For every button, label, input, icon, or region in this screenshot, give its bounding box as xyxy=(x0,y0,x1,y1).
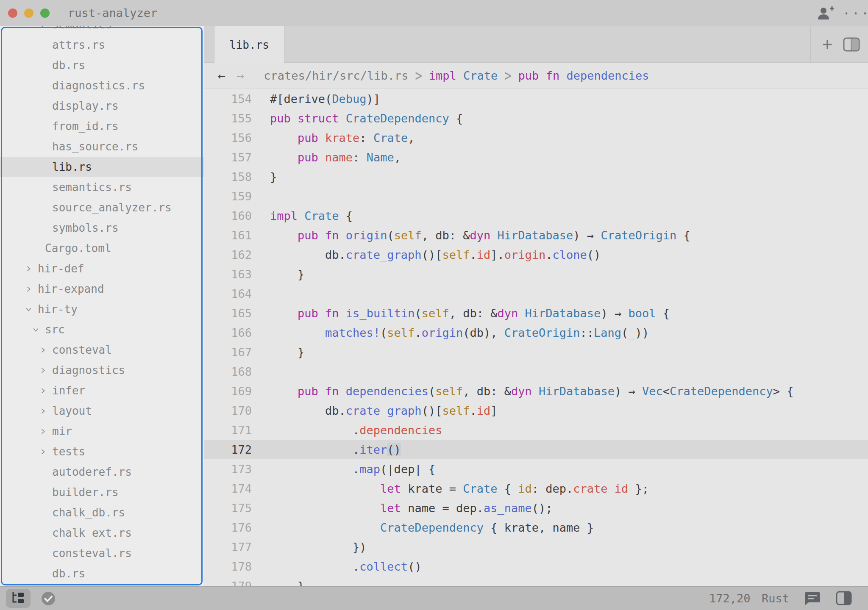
tree-item-infer[interactable]: infer xyxy=(0,380,204,401)
code-line-170[interactable]: 170 db.crate_graph()[self.id] xyxy=(204,401,868,420)
tree-item-source_analyzer.rs[interactable]: source_analyzer.rs xyxy=(0,197,204,218)
code-line-156[interactable]: 156 pub krate: Crate, xyxy=(204,128,868,147)
tree-item-chalk_db.rs[interactable]: chalk_db.rs xyxy=(0,502,204,523)
breadcrumb-segment[interactable]: dependencies xyxy=(566,69,649,82)
code-line-166[interactable]: 166 matches!(self.origin(db), CrateOrigi… xyxy=(204,323,868,342)
tree-item-label: semantics.rs xyxy=(52,181,132,194)
code-line-160[interactable]: 160impl Crate { xyxy=(204,206,868,225)
diagnostics-button[interactable] xyxy=(41,591,56,606)
code-line-173[interactable]: 173 .map(|dep| { xyxy=(204,459,868,479)
code-editor[interactable]: 154#[derive(Debug)]155pub struct CrateDe… xyxy=(204,89,868,586)
code-line-179[interactable]: 179 } xyxy=(204,576,868,586)
right-dock-toggle-button[interactable] xyxy=(836,591,854,606)
tree-item-db.rs[interactable]: db.rs xyxy=(0,55,204,75)
tree-item-hir-expand[interactable]: hir-expand xyxy=(0,279,204,299)
chevron-right-icon[interactable] xyxy=(40,360,52,380)
breadcrumb-segment[interactable]: pub fn xyxy=(518,69,560,82)
code-line-165[interactable]: 165 pub fn is_builtin(self, db: &dyn Hir… xyxy=(204,303,868,323)
tree-item-diagnostics.rs[interactable]: diagnostics.rs xyxy=(0,75,204,96)
code-line-174[interactable]: 174 let krate = Crate { id: dep.crate_id… xyxy=(204,479,868,498)
chevron-right-icon[interactable] xyxy=(25,279,38,299)
tree-item-semantics[interactable]: semantics xyxy=(0,26,204,35)
tree-item-chalk_ext.rs[interactable]: chalk_ext.rs xyxy=(0,523,204,543)
tree-item-db.rs[interactable]: db.rs xyxy=(0,563,204,584)
add-collaborator-button[interactable] xyxy=(816,5,838,22)
close-button[interactable] xyxy=(8,8,17,18)
code-line-163[interactable]: 163 } xyxy=(204,264,868,284)
line-number: 155 xyxy=(204,112,252,125)
breadcrumb-segment[interactable] xyxy=(456,69,463,82)
tree-item-from_id.rs[interactable]: from_id.rs xyxy=(0,116,204,136)
tree-item-attrs.rs[interactable]: attrs.rs xyxy=(0,35,204,55)
code-line-155[interactable]: 155pub struct CrateDependency { xyxy=(204,108,868,128)
code-line-178[interactable]: 178 .collect() xyxy=(204,557,868,576)
chevron-right-icon[interactable] xyxy=(40,441,52,462)
chevron-right-icon[interactable] xyxy=(40,380,52,401)
chevron-down-icon[interactable] xyxy=(33,319,45,340)
tab-lib-rs[interactable]: lib.rs xyxy=(214,26,284,63)
code-line-167[interactable]: 167 } xyxy=(204,342,868,362)
chevron-down-icon[interactable] xyxy=(25,299,38,319)
tree-item-semantics.rs[interactable]: semantics.rs xyxy=(0,177,204,197)
code-text: pub fn is_builtin(self, db: &dyn HirData… xyxy=(270,307,670,320)
tree-item-autoderef.rs[interactable]: autoderef.rs xyxy=(0,462,204,482)
line-number: 174 xyxy=(204,482,252,495)
cursor-position[interactable]: 172,20 xyxy=(709,587,751,610)
zoom-button[interactable] xyxy=(40,8,50,18)
tree-item-mir[interactable]: mir xyxy=(0,421,204,441)
overflow-menu-button[interactable]: ··· xyxy=(843,5,863,22)
breadcrumb-segment[interactable]: crates/hir/src/lib.rs xyxy=(264,69,408,82)
code-line-175[interactable]: 175 let name = dep.as_name(); xyxy=(204,498,868,518)
tree-item-consteval.rs[interactable]: consteval.rs xyxy=(0,543,204,563)
right-dock-icon xyxy=(836,595,852,608)
code-line-176[interactable]: 176 CrateDependency { krate, name } xyxy=(204,518,868,537)
project-panel-toggle-button[interactable] xyxy=(6,589,31,608)
breadcrumb-segment[interactable] xyxy=(559,69,566,82)
tree-item-hir-ty[interactable]: hir-ty xyxy=(0,299,204,319)
code-line-159[interactable]: 159 xyxy=(204,186,868,206)
code-line-171[interactable]: 171 .dependencies xyxy=(204,420,868,440)
tree-item-Cargo.toml[interactable]: Cargo.toml xyxy=(0,238,204,258)
code-line-161[interactable]: 161 pub fn origin(self, db: &dyn HirData… xyxy=(204,225,868,245)
code-line-169[interactable]: 169 pub fn dependencies(self, db: &dyn H… xyxy=(204,381,868,401)
tree-item-src[interactable]: src xyxy=(0,319,204,340)
language-selector[interactable]: Rust xyxy=(762,587,789,610)
chevron-spacer xyxy=(40,55,52,75)
forward-button[interactable]: → xyxy=(236,68,244,83)
chevron-right-icon[interactable] xyxy=(25,258,38,279)
tree-item-diagnostics[interactable]: diagnostics xyxy=(0,360,204,380)
chevron-right-icon[interactable] xyxy=(40,421,52,441)
chevron-right-icon[interactable] xyxy=(40,340,52,360)
tree-item-layout[interactable]: layout xyxy=(0,401,204,421)
code-line-154[interactable]: 154#[derive(Debug)] xyxy=(204,89,868,108)
chevron-right-icon[interactable] xyxy=(40,26,52,35)
breadcrumb-segment[interactable]: Crate xyxy=(463,69,498,82)
tree-item-has_source.rs[interactable]: has_source.rs xyxy=(0,136,204,157)
code-line-164[interactable]: 164 xyxy=(204,284,868,303)
new-tab-button[interactable]: + xyxy=(818,35,837,54)
back-button[interactable]: ← xyxy=(218,68,225,83)
line-number: 165 xyxy=(204,307,252,320)
code-line-177[interactable]: 177 }) xyxy=(204,537,868,557)
code-text: pub fn dependencies(self, db: &dyn HirDa… xyxy=(270,385,794,398)
split-pane-button[interactable] xyxy=(843,37,862,53)
line-number: 154 xyxy=(204,92,252,105)
code-line-158[interactable]: 158} xyxy=(204,167,868,186)
tree-item-hir-def[interactable]: hir-def xyxy=(0,258,204,279)
project-panel: semanticsattrs.rsdb.rsdiagnostics.rsdisp… xyxy=(0,26,204,586)
tree-item-display.rs[interactable]: display.rs xyxy=(0,96,204,116)
breadcrumb-segment[interactable]: impl xyxy=(429,69,456,82)
chevron-right-icon[interactable] xyxy=(40,401,52,421)
tree-item-tests[interactable]: tests xyxy=(0,441,204,462)
line-number: 176 xyxy=(204,521,252,534)
code-line-168[interactable]: 168 xyxy=(204,362,868,381)
code-line-172[interactable]: 172 .iter() xyxy=(204,440,868,459)
tree-item-builder.rs[interactable]: builder.rs xyxy=(0,482,204,502)
tree-item-lib.rs[interactable]: lib.rs xyxy=(0,157,204,177)
code-line-162[interactable]: 162 db.crate_graph()[self.id].origin.clo… xyxy=(204,245,868,264)
tree-item-consteval[interactable]: consteval xyxy=(0,340,204,360)
minimize-button[interactable] xyxy=(24,8,33,18)
code-line-157[interactable]: 157 pub name: Name, xyxy=(204,147,868,167)
tree-item-symbols.rs[interactable]: symbols.rs xyxy=(0,218,204,238)
chat-panel-button[interactable] xyxy=(804,591,822,606)
